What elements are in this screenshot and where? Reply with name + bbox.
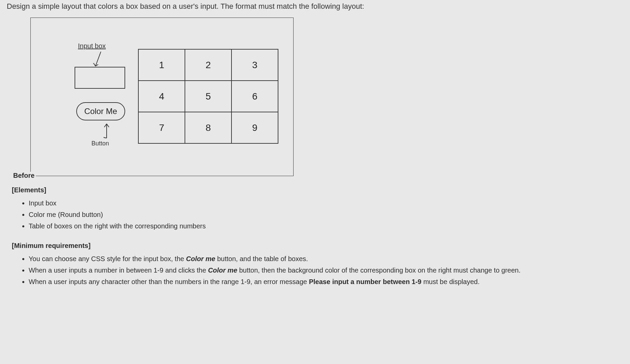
input-box-caption: Input box: [78, 42, 106, 50]
req-emphasis: Color me: [186, 255, 215, 262]
minreq-heading: [Minimum requirements]: [12, 242, 630, 250]
grid-cell-2: 2: [185, 49, 231, 81]
req-text: When a user inputs any character other t…: [29, 278, 309, 285]
req-text: When a user inputs a number in between 1…: [29, 267, 208, 274]
req-emphasis: Please input a number between 1-9: [309, 278, 421, 285]
elements-list: Input box Color me (Round button) Table …: [29, 197, 630, 232]
grid-cell-4: 4: [138, 81, 185, 112]
req-text: button, and the table of boxes.: [215, 255, 308, 262]
req-text: You can choose any CSS style for the inp…: [29, 255, 186, 262]
number-grid: 1 2 3 4 5 6 7 8 9: [138, 49, 278, 144]
grid-cell-8: 8: [185, 112, 231, 143]
grid-cell-5: 5: [185, 81, 231, 112]
arrow-up-icon: [102, 121, 112, 140]
color-me-button[interactable]: Color Me: [76, 102, 125, 120]
list-item: When a user inputs any character other t…: [29, 276, 630, 287]
req-text: button, then the background color of the…: [237, 267, 520, 274]
elements-heading: [Elements]: [12, 186, 630, 194]
instruction-text: Design a simple layout that colors a box…: [0, 0, 630, 14]
grid-cell-1: 1: [138, 49, 185, 81]
grid-cell-7: 7: [138, 112, 185, 143]
list-item: When a user inputs a number in between 1…: [29, 264, 630, 276]
input-box[interactable]: [75, 67, 125, 89]
list-item: You can choose any CSS style for the inp…: [29, 253, 630, 264]
grid-cell-6: 6: [231, 81, 278, 112]
list-item: Table of boxes on the right with the cor…: [29, 220, 630, 232]
figure-frame: Input box Color Me Button 1 2 3 4 5 6 7: [30, 18, 294, 176]
grid-cell-3: 3: [231, 49, 278, 81]
list-item: Input box: [29, 197, 630, 209]
figure-wrapper: Input box Color Me Button 1 2 3 4 5 6 7: [30, 18, 630, 176]
req-text: must be displayed.: [421, 278, 480, 285]
grid-cell-9: 9: [231, 112, 278, 143]
before-label: Before: [12, 172, 36, 179]
button-caption: Button: [91, 140, 109, 147]
minreq-list: You can choose any CSS style for the inp…: [29, 253, 630, 287]
list-item: Color me (Round button): [29, 209, 630, 220]
req-emphasis: Color me: [208, 267, 237, 274]
